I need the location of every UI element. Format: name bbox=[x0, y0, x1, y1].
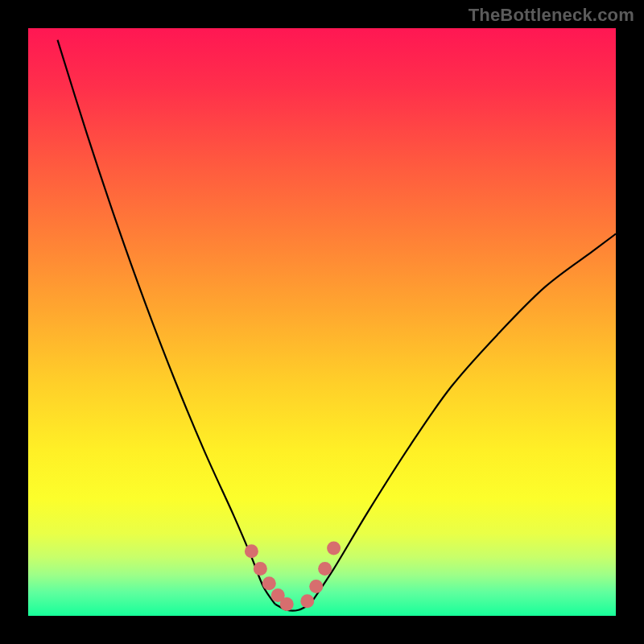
data-marker bbox=[254, 562, 267, 576]
valley-curve bbox=[58, 40, 617, 611]
data-marker bbox=[300, 594, 314, 608]
data-marker bbox=[245, 544, 258, 558]
plot-area bbox=[28, 28, 616, 616]
data-marker bbox=[327, 542, 341, 555]
chart-curves-svg bbox=[28, 28, 616, 616]
data-marker bbox=[309, 580, 323, 593]
data-marker bbox=[262, 576, 276, 590]
chart-container: TheBottleneck.com bbox=[0, 0, 644, 644]
data-marker bbox=[280, 597, 294, 611]
data-marker bbox=[318, 562, 332, 576]
watermark-text: TheBottleneck.com bbox=[469, 5, 634, 26]
